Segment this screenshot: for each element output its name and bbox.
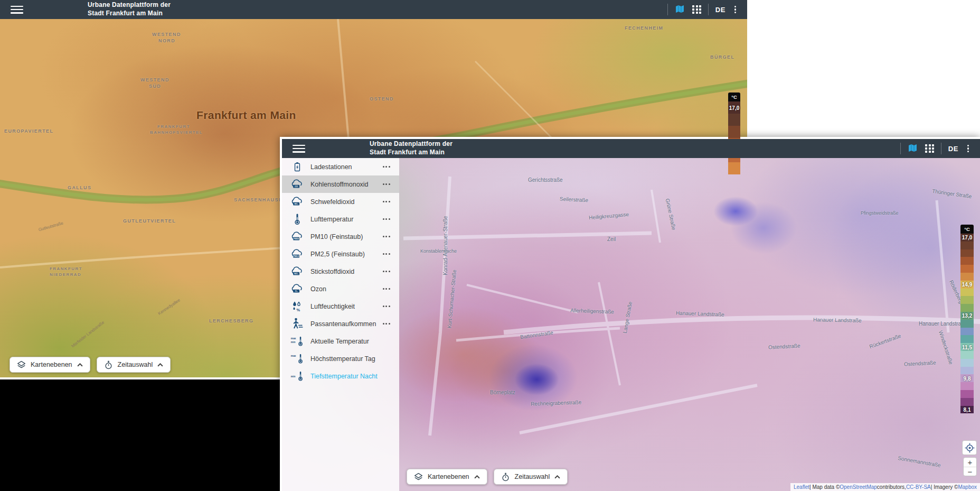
map-label: Zeil [607, 236, 616, 242]
map-label: WESTEND [140, 77, 169, 82]
item-options-menu-icon[interactable] [382, 268, 391, 274]
sidebar-item-pm10-feinstaub[interactable]: PM10PM10 (Feinstaub) [282, 228, 399, 245]
map-label: GALLUS [68, 185, 91, 190]
svg-text:PM2,5: PM2,5 [294, 255, 300, 257]
sidebar-item-schwefeldioxid[interactable]: SO₂Schwefeldioxid [282, 193, 399, 210]
sidebar-item-stickstoffdioxid[interactable]: NO₂Stickstoffdioxid [282, 263, 399, 280]
sidebar-item-ozon[interactable]: O₃Ozon [282, 280, 399, 298]
kebab-menu-icon[interactable] [965, 144, 971, 154]
humidity-icon: % [290, 301, 304, 312]
kartenebenen-button[interactable]: Kartenebenen [10, 357, 90, 373]
map-label: WESTEND [152, 32, 181, 37]
zeitauswahl-button[interactable]: Zeitauswahl [97, 357, 171, 373]
map-icon[interactable] [675, 4, 685, 15]
thermometer-maxmin-icon: maxmin [290, 335, 304, 347]
pedestrian-icon [290, 318, 304, 330]
legend-band [960, 249, 974, 257]
grid-apps-icon[interactable] [925, 144, 934, 153]
legend-band [960, 398, 974, 406]
item-options-menu-icon[interactable] [382, 321, 391, 327]
item-options-menu-icon[interactable] [382, 164, 391, 170]
attribution-link[interactable]: OpenStreetMap [840, 484, 877, 490]
locate-button[interactable] [962, 440, 977, 455]
map-label: NIEDERRAD [50, 272, 81, 277]
map-label: Börneplatz [490, 390, 515, 395]
language-selector[interactable]: DE [715, 6, 725, 14]
chevron-up-icon [554, 475, 560, 479]
language-selector[interactable]: DE [948, 145, 958, 153]
legend-value: 17,0 [960, 235, 974, 240]
legend-band [960, 390, 974, 398]
map-label: Hanauer Landstraße [813, 317, 862, 323]
sidebar-item-hoechsttemperatur-tag[interactable]: maxHöchsttemperatur Tag [282, 350, 399, 367]
grid-apps-icon[interactable] [692, 5, 701, 14]
svg-text:%: % [297, 307, 300, 312]
thermometer-min-icon: min [290, 370, 304, 382]
item-options-menu-icon[interactable] [382, 286, 391, 292]
map-label: Konstablerwache [420, 248, 457, 254]
header-separator [708, 4, 709, 15]
item-options-menu-icon[interactable] [382, 234, 391, 239]
svg-text:O₃: O₃ [295, 290, 298, 292]
sidebar-item-luftfeuchtigkeit[interactable]: %Luftfeuchtigkeit [282, 298, 399, 315]
legend-value: 9,8 [960, 375, 974, 381]
legend-band: 17,0 [728, 101, 740, 114]
header-separator [941, 143, 941, 154]
front-temperature-legend: °C 17,014,913,211,59,88,1 [960, 225, 974, 413]
map-icon[interactable] [908, 143, 918, 154]
sidebar-item-aktuelle-temperatur[interactable]: maxminAktuelle Temperatur [282, 332, 399, 350]
item-options-menu-icon[interactable] [382, 251, 391, 257]
zoom-out-button[interactable]: − [964, 467, 976, 476]
attribution-link[interactable]: Mapbox [958, 484, 977, 490]
attribution-link[interactable]: Leaflet [794, 484, 809, 490]
sidebar-item-passantenaufkommen[interactable]: Passantenaufkommen [282, 315, 399, 332]
legend-band: 13,2 [960, 312, 974, 320]
sidebar-item-label: Luftfeuchtigkeit [310, 303, 355, 310]
legend-band [960, 289, 974, 297]
legend-band [960, 359, 974, 367]
svg-text:max: max [291, 355, 296, 357]
legend-value: 11,5 [960, 344, 974, 350]
item-options-menu-icon[interactable] [382, 216, 391, 222]
item-options-menu-icon[interactable] [382, 181, 391, 187]
cloud-gas-icon: CO [290, 179, 304, 190]
hamburger-menu-icon[interactable] [293, 145, 305, 153]
map-label: FRANKFURT [50, 266, 82, 271]
cloud-gas-icon: NO₂ [290, 266, 304, 277]
item-options-menu-icon[interactable] [382, 303, 391, 309]
legend-band [960, 257, 974, 265]
chevron-up-icon [77, 363, 83, 367]
sidebar-item-label: Schwefeldioxid [310, 198, 354, 206]
map-attribution: Leaflet | Map data © OpenStreetMap contr… [790, 483, 980, 491]
sidebar-item-kohlenstoffmonoxid[interactable]: COKohlenstoffmonoxid [282, 175, 399, 193]
front-header: Urbane Datenplattform der Stadt Frankfur… [282, 139, 980, 158]
back-temperature-legend: °C 17,0 [728, 92, 740, 174]
legend-unit: °C [728, 92, 740, 101]
sidebar-item-label: Stickstoffdioxid [310, 268, 354, 275]
map-label: BAHNHOFSVIERTEL [150, 130, 203, 135]
attribution-link[interactable]: CC-BY-SA [906, 484, 931, 490]
attribution-text: | Imagery © [931, 484, 958, 490]
sidebar-item-label: Aktuelle Temperatur [310, 338, 369, 345]
sidebar-item-pm25-feinstaub[interactable]: PM2,5PM2,5 (Feinstaub) [282, 245, 399, 263]
sidebar-item-tiefsttemperatur-nacht[interactable]: minTiefsttemperatur Nacht [282, 367, 399, 385]
kebab-menu-icon[interactable] [732, 5, 738, 15]
map-label: SACHSENHAUSEN [234, 197, 287, 202]
sidebar-item-ladestationen[interactable]: Ladestationen [282, 158, 399, 175]
legend-band: 14,9 [960, 281, 974, 289]
attribution-text: contributors, [877, 484, 906, 490]
chevron-up-icon [474, 475, 480, 479]
zeitauswahl-button[interactable]: Zeitauswahl [494, 469, 568, 485]
map-label: Pfingstweidstraße [861, 210, 899, 216]
sidebar-item-label: PM10 (Feinstaub) [310, 233, 363, 240]
legend-unit: °C [960, 225, 974, 234]
sidebar-item-lufttemperatur[interactable]: Lufttemperatur [282, 210, 399, 228]
map-label: FRANKFURT [157, 124, 190, 129]
hamburger-menu-icon[interactable] [11, 6, 23, 14]
item-options-menu-icon[interactable] [382, 199, 391, 205]
cloud-gas-icon: PM10 [290, 231, 304, 242]
legend-band: 11,5 [960, 343, 974, 351]
kartenebenen-button[interactable]: Kartenebenen [407, 469, 487, 485]
legend-value: 14,9 [960, 282, 974, 288]
zoom-in-button[interactable]: + [964, 458, 976, 467]
